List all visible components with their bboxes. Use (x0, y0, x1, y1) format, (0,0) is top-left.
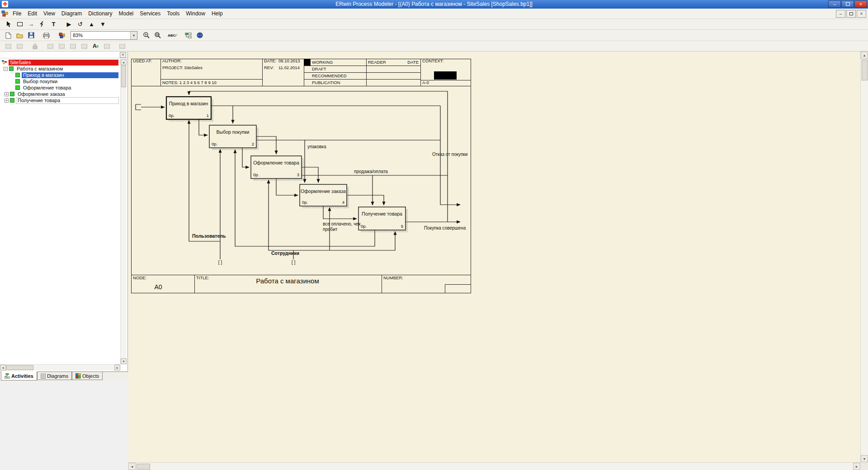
tree-item-activity-1[interactable]: Приход в магазин (0, 72, 120, 78)
zoom-area-button[interactable] (152, 31, 163, 40)
menu-item-file[interactable]: File (9, 9, 24, 18)
scroll-left-icon[interactable]: ◄ (0, 365, 6, 371)
go-to-sibling-diagram-button[interactable]: ▼ (98, 20, 108, 29)
menu-item-model[interactable]: Model (116, 9, 137, 18)
activity-label: Выбор покупки (217, 129, 250, 135)
spell-check-button[interactable]: ABC✓ (168, 31, 178, 40)
label-paid-line1[interactable]: все оплачено, чек (323, 221, 361, 226)
zoom-combobox[interactable]: 83% ▼ (71, 31, 137, 40)
menu-item-diagram[interactable]: Diagram (58, 9, 85, 18)
pane-horizontal-scrollbar[interactable]: ◄ ► (0, 364, 120, 371)
select-tool-button[interactable] (3, 20, 14, 29)
scroll-thumb[interactable] (137, 464, 150, 470)
open-folder-icon (16, 33, 23, 38)
toolbar-standard: 83% ▼ ABC✓ (0, 30, 868, 41)
save-model-button[interactable] (26, 31, 36, 40)
store-model-button[interactable] (3, 42, 14, 51)
format-painter-button[interactable] (102, 42, 112, 51)
show-node-numbers-button[interactable]: A0 (90, 42, 101, 51)
menu-item-edit[interactable]: Edit (24, 9, 40, 18)
arrow-tool-button[interactable]: → (26, 20, 36, 29)
scroll-left-icon[interactable]: ◄ (128, 463, 136, 470)
mdi-restore-button[interactable] (846, 10, 856, 18)
menu-item-window[interactable]: Window (183, 9, 208, 18)
cut-button[interactable] (45, 42, 56, 51)
number-label: NUMBER: (383, 275, 403, 280)
mdi-close-icon: × (860, 11, 863, 16)
tree-item-model-root[interactable]: SiteSales (0, 59, 120, 66)
new-model-button[interactable] (3, 31, 14, 40)
lock-button[interactable] (30, 42, 40, 51)
label-purchase-done[interactable]: Покупка совершена (424, 226, 466, 230)
open-model-button[interactable] (14, 31, 25, 40)
scroll-right-icon[interactable]: ► (853, 463, 860, 470)
tab-activities[interactable]: Activities (1, 371, 37, 381)
collapse-icon[interactable]: − (4, 67, 8, 71)
scroll-thumb[interactable] (6, 365, 33, 370)
web-publish-button[interactable] (194, 31, 205, 40)
expand-icon[interactable]: + (5, 92, 9, 96)
tree-item-activity-3[interactable]: Оформление товара (0, 85, 120, 91)
label-user[interactable]: Пользователь (192, 233, 226, 239)
go-to-parent-diagram-button[interactable]: ▲ (86, 20, 97, 29)
expand-icon[interactable]: + (5, 99, 9, 103)
activity-label: Получение товара (362, 211, 402, 216)
print-button[interactable] (41, 31, 52, 40)
scroll-thumb[interactable] (121, 66, 126, 87)
menu-item-view[interactable]: View (40, 9, 58, 18)
scroll-up-icon[interactable]: ▲ (861, 52, 868, 59)
copy-button[interactable] (57, 42, 67, 51)
triangle-up-icon: ▲ (89, 21, 94, 28)
scroll-up-icon[interactable]: ▲ (121, 59, 127, 65)
close-button[interactable]: × (854, 0, 867, 8)
menu-item-tools[interactable]: Tools (164, 9, 183, 18)
scroll-down-icon[interactable]: ▼ (861, 455, 868, 462)
diagram-canvas[interactable]: Приход в магазин 0р. 1 Выбор покупки 0р.… (128, 52, 868, 470)
mdi-minimize-button[interactable]: – (836, 10, 845, 18)
pane-close-button[interactable]: × (120, 52, 126, 58)
tree-item-activity-5[interactable]: + Получение товара (0, 97, 120, 103)
menubar: File Edit View Diagram Dictionary Model … (0, 9, 868, 19)
label-staff[interactable]: Сотрудники (271, 250, 299, 256)
model-palette-button[interactable] (57, 31, 67, 40)
options-button[interactable] (117, 42, 127, 51)
menu-item-services[interactable]: Services (137, 9, 164, 18)
activity-box-tool-button[interactable] (14, 20, 25, 29)
rev-value: 11.02.2014 (278, 65, 300, 70)
zoom-in-button[interactable] (141, 31, 151, 40)
squiggle-tool-button[interactable] (37, 20, 47, 29)
idef0-sheet[interactable]: Приход в магазин 0р. 1 Выбор покупки 0р.… (128, 52, 860, 462)
label-refusal[interactable]: Отказ от покупки (432, 152, 467, 157)
minimize-button[interactable]: – (828, 0, 841, 8)
text-tool-button[interactable]: T (48, 20, 59, 29)
canvas-horizontal-scrollbar[interactable]: ◄ ► (128, 462, 860, 470)
paste-button[interactable] (68, 42, 78, 51)
activity-boxes: Приход в магазин 0р. 1 Выбор покупки 0р.… (166, 97, 408, 232)
label-paid-line2[interactable]: пробит (323, 227, 338, 232)
tab-objects[interactable]: Objects (72, 372, 103, 380)
label-sale[interactable]: продажа/оплата (354, 169, 388, 174)
scroll-down-icon[interactable]: ▼ (121, 358, 127, 364)
scroll-thumb[interactable] (862, 60, 868, 80)
scroll-right-icon[interactable]: ► (114, 365, 120, 371)
menu-item-dictionary[interactable]: Dictionary (85, 9, 115, 18)
report-button[interactable] (79, 42, 90, 51)
tab-diagrams[interactable]: Diagrams (37, 372, 72, 380)
options-icon (119, 44, 125, 49)
tree-item-activity-2[interactable]: Выбор покупки (0, 78, 120, 85)
mdi-close-button[interactable]: × (857, 10, 866, 18)
activity-cost: 0р. (361, 224, 367, 229)
go-to-child-diagram-button[interactable]: ▶ (64, 20, 74, 29)
tree-item-activity-4[interactable]: + Оформление заказа (0, 91, 120, 97)
label-packaging[interactable]: упаковка (307, 144, 326, 149)
zoom-dropdown-icon[interactable]: ▼ (130, 32, 137, 39)
canvas-vertical-scrollbar[interactable]: ▲ ▼ (860, 52, 868, 462)
menu-item-help[interactable]: Help (208, 9, 226, 18)
tree-item-a0[interactable]: − Работа с магазином (0, 66, 120, 72)
restore-model-button[interactable] (14, 42, 25, 51)
pane-vertical-scrollbar[interactable]: ▲ ▼ (120, 59, 127, 364)
undo-button[interactable]: ↺ (75, 20, 85, 29)
model-explorer-button[interactable] (183, 31, 193, 40)
minimize-icon: – (833, 2, 836, 7)
maximize-button[interactable] (841, 0, 854, 8)
